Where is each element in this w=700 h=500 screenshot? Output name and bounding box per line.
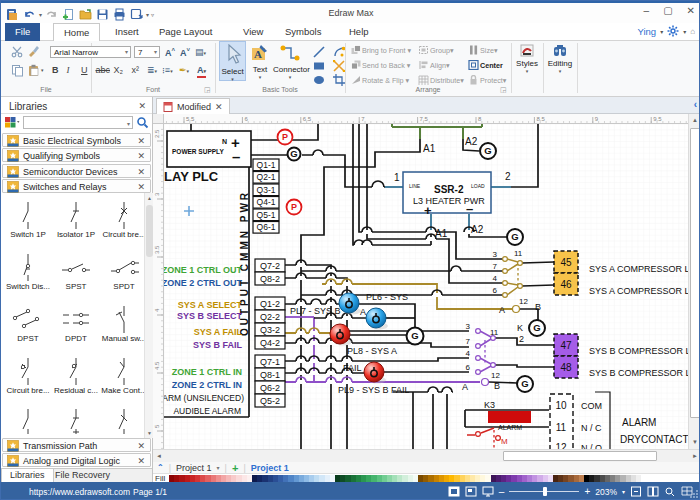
edraw-logo-icon[interactable] [5,7,20,22]
scroll-down-icon[interactable]: ▼ [689,436,700,448]
pilot-lamp-red[interactable] [364,362,384,382]
tab-page-layout[interactable]: Page Layout [149,23,222,41]
gear-icon[interactable] [667,25,679,37]
scroll-left-icon[interactable]: ◄ [153,450,165,462]
close-library-icon[interactable]: ✕ [137,167,145,177]
connector-tool-button[interactable]: Connector▾ [273,41,307,81]
font-size-select[interactable]: 7▾ [134,46,160,58]
contact[interactable] [518,284,523,289]
pilot-lamp-blue[interactable] [366,308,386,328]
contact[interactable] [476,344,481,349]
arrange-icon-rotate-flip[interactable] [351,75,362,85]
tab-nav-left-icon[interactable]: ‹ [694,99,697,110]
contact[interactable] [476,370,481,375]
open-folder-icon[interactable] [78,7,93,22]
swatch-ffffff[interactable] [641,475,646,482]
arrange-distribute[interactable]: Distribute▾ [430,76,464,85]
page-nav-label[interactable]: Project 1 [176,463,212,473]
arrange-align[interactable]: Align▾ [430,61,450,70]
tab-symbols[interactable]: Symbols [275,23,331,41]
contact[interactable] [496,436,501,441]
zoom-slider-thumb[interactable] [543,487,547,496]
contact[interactable] [476,432,481,437]
page-view-icon[interactable] [465,486,477,497]
collapse-ribbon-icon[interactable]: ⌂ [690,27,695,36]
page-tab-project1[interactable]: Project 1 [251,463,289,473]
search-icon[interactable] [136,116,149,129]
subscript-button[interactable]: X₂ [114,65,124,75]
fit-width-icon[interactable] [647,486,659,497]
contact[interactable] [518,261,523,266]
increase-font-icon[interactable]: A˄ [165,47,175,58]
contact[interactable] [503,257,508,262]
symbol-spdt[interactable] [111,261,139,273]
tab-insert[interactable]: Insert [105,23,149,41]
user-dropdown[interactable]: ▾ [660,28,663,35]
symbol-extra[interactable] [71,409,79,434]
contact[interactable] [476,329,481,334]
freehand-tool-icon[interactable] [333,60,345,72]
symbol-extra[interactable] [119,409,127,434]
arrange-icon-group[interactable] [418,45,429,55]
contact[interactable] [482,379,489,386]
zoom-in-button[interactable]: + [584,486,590,497]
library-section-transmission-path[interactable]: Transmission Path✕ [2,438,151,452]
editing-button[interactable]: Editing▾ [545,41,575,81]
close-library-icon[interactable]: ✕ [137,441,145,451]
symbol-spst[interactable] [62,264,90,272]
add-page-button[interactable]: + [232,462,238,474]
close-library-icon[interactable]: ✕ [137,182,145,192]
scroll-up-icon[interactable]: ▲ [689,114,700,126]
library-section-qualifying-symbols[interactable]: Qualifying Symbols✕ [2,148,151,162]
arrange-group[interactable]: Group▾ [430,46,454,55]
wire[interactable] [285,265,331,449]
copy-icon[interactable] [11,64,24,77]
library-section-basic-electrical-symbols[interactable]: Basic Electrical Symbols✕ [2,133,151,147]
tab-help[interactable]: Help [339,23,379,41]
box[interactable] [488,411,531,423]
symbol-manual-sw-[interactable] [116,306,124,333]
symbol-residual-c-[interactable] [70,358,77,385]
panel-tab-file-recovery[interactable]: File Recovery [47,469,118,483]
wire[interactable] [495,338,554,345]
font-name-select[interactable]: Arial Narrow▾ [50,46,131,58]
library-section-switches-and-relays[interactable]: Switches and Relays✕ [2,179,151,193]
export-dropdown[interactable]: ▾ [146,11,149,18]
panel-close-icon[interactable]: ✕ [138,101,146,111]
crop-tool-icon[interactable] [333,74,345,86]
symbol-dpst[interactable] [13,309,38,327]
arrange-send-to-back[interactable]: Send to Back ▾ [362,61,410,70]
library-chooser-icon[interactable] [5,117,20,128]
arrange-protect[interactable]: Protect▾ [480,76,506,85]
print-icon[interactable] [112,7,127,22]
arrange-size[interactable]: Size▾ [480,46,498,55]
pilot-lamp-blue[interactable] [339,293,359,313]
hscroll-thumb[interactable] [503,451,657,461]
close-button[interactable]: ✕ [687,5,695,16]
close-library-icon[interactable]: ✕ [137,456,145,466]
paste-icon[interactable] [27,64,40,77]
contact[interactable] [491,363,496,368]
horizontal-scrollbar[interactable]: ◄ ► [153,449,700,462]
library-section-analog-and-digital-logic[interactable]: Analog and Digital Logic✕ [2,453,151,467]
tab-home[interactable]: Home [53,23,100,42]
bold-button[interactable]: B [52,65,59,75]
styles-button[interactable]: Styles▾ [513,41,541,81]
user-name[interactable]: Ying [637,26,656,37]
panel-tab-libraries[interactable]: Libraries [1,469,54,483]
arrange-icon-center[interactable] [468,60,479,70]
new-file-icon[interactable] [61,7,76,22]
library-section-semiconductor-devices[interactable]: Semiconductor Devices✕ [2,164,151,178]
resize-grip[interactable] [689,489,699,499]
scroll-right-icon[interactable]: ► [689,450,700,462]
qat-customize[interactable]: ▿ [151,11,154,18]
contact[interactable] [503,281,508,286]
scroll-thumb[interactable] [146,205,153,257]
vscroll-thumb[interactable] [690,128,700,418]
ellipse-tool-icon[interactable] [313,74,325,86]
superscript-button[interactable]: x² [132,65,140,75]
wire[interactable] [495,365,554,367]
contact[interactable] [503,293,508,298]
paste-dropdown[interactable]: ▾ [41,67,44,73]
cut-icon[interactable] [11,45,24,58]
